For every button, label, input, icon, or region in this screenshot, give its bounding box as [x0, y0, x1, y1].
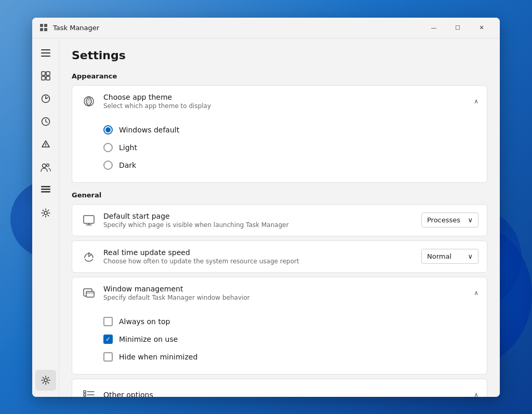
svg-point-14	[42, 164, 46, 167]
start-page-dropdown-container: Processes ∨	[421, 212, 478, 228]
window-mgmt-subtitle: Specify default Task Manager window beha…	[103, 294, 474, 301]
theme-label-windows-default: Windows default	[119, 126, 179, 134]
window-mgmt-icon	[81, 285, 97, 301]
sidebar-item-history[interactable]	[35, 111, 56, 132]
start-page-dropdown-arrow: ∨	[468, 216, 473, 224]
theme-option-windows-default[interactable]: Windows default	[103, 121, 478, 139]
settings-page: Settings Appearance Choose app theme Sel…	[59, 38, 500, 397]
update-speed-title: Real time update speed	[103, 248, 421, 257]
window-mgmt-card-header[interactable]: Window management Specify default Task M…	[72, 277, 487, 309]
window-title: Task Manager	[53, 24, 422, 32]
start-page-subtitle: Specify which page is visible when launc…	[103, 221, 421, 229]
theme-card-header[interactable]: Choose app theme Select which app theme …	[72, 86, 487, 117]
start-page-icon	[81, 212, 97, 229]
svg-rect-25	[84, 391, 86, 393]
window-mgmt-action: ∧	[474, 289, 478, 297]
svg-rect-0	[40, 24, 43, 27]
svg-point-20	[44, 379, 47, 382]
start-page-text: Default start page Specify which page is…	[103, 212, 421, 229]
window-mgmt-card: Window management Specify default Task M…	[72, 277, 487, 375]
other-options-text: Other options	[103, 391, 474, 397]
radio-dark[interactable]	[103, 161, 113, 170]
svg-rect-5	[41, 52, 50, 54]
theme-icon	[81, 93, 97, 110]
checkbox-always-on-top[interactable]: Always on top	[103, 313, 478, 330]
sidebar-item-menu[interactable]	[35, 43, 56, 63]
svg-point-13	[45, 146, 46, 147]
radio-windows-default[interactable]	[103, 125, 113, 135]
theme-option-dark[interactable]: Dark	[103, 156, 478, 174]
svg-rect-26	[84, 394, 86, 396]
close-button[interactable]: ✕	[470, 20, 494, 35]
sidebar-item-settings[interactable]	[35, 370, 56, 391]
checkbox-minimize-on-use[interactable]: Minimize on use	[103, 330, 478, 348]
svg-rect-24	[86, 291, 94, 297]
window-controls: — ☐ ✕	[422, 20, 494, 35]
minimize-button[interactable]: —	[422, 20, 446, 35]
theme-label-light: Light	[119, 143, 137, 152]
svg-rect-1	[44, 24, 47, 27]
sidebar-item-performance[interactable]	[35, 88, 56, 109]
task-manager-window: Task Manager — ☐ ✕	[32, 18, 500, 397]
other-options-icon	[81, 386, 97, 397]
svg-rect-16	[41, 186, 50, 188]
sidebar-item-users[interactable]	[35, 157, 56, 178]
titlebar: Task Manager — ☐ ✕	[32, 18, 500, 38]
main-content: Settings Appearance Choose app theme Sel…	[32, 38, 500, 397]
update-speed-dropdown-arrow: ∨	[468, 252, 473, 260]
start-page-card: Default start page Specify which page is…	[72, 204, 487, 236]
theme-card-title: Choose app theme	[103, 93, 474, 101]
other-options-action: ∧	[474, 391, 478, 397]
sidebar-item-processes[interactable]	[35, 65, 56, 86]
theme-option-light[interactable]: Light	[103, 139, 478, 156]
update-speed-icon	[81, 248, 97, 265]
svg-rect-7	[42, 72, 45, 75]
checkbox-label-minimize-on-use: Minimize on use	[119, 335, 178, 343]
update-speed-subtitle: Choose how often to update the system re…	[103, 258, 421, 265]
theme-radio-group: Windows default Light Dark	[72, 117, 487, 182]
update-speed-dropdown-container: Normal ∨	[421, 249, 478, 264]
update-speed-card: Real time update speed Choose how often …	[72, 241, 487, 273]
checkbox-hide-when-minimized[interactable]: Hide when minimized	[103, 348, 478, 366]
maximize-button[interactable]: ☐	[446, 20, 470, 35]
radio-light[interactable]	[103, 143, 113, 152]
appearance-section-label: Appearance	[72, 72, 487, 80]
checkbox-label-hide-when-minimized: Hide when minimized	[119, 353, 197, 361]
checkbox-always-on-top-input[interactable]	[103, 317, 113, 326]
other-options-card: Other options ∧	[72, 379, 487, 397]
svg-rect-18	[41, 191, 50, 193]
start-page-dropdown-value: Processes	[427, 216, 460, 224]
theme-card-action: ∧	[474, 98, 478, 105]
update-speed-text: Real time update speed Choose how often …	[103, 248, 421, 265]
sidebar-item-details[interactable]	[35, 180, 56, 201]
start-page-card-header: Default start page Specify which page is…	[72, 205, 487, 236]
checkbox-minimize-on-use-input[interactable]	[103, 335, 113, 344]
page-title: Settings	[72, 49, 487, 62]
window-mgmt-chevron-icon: ∧	[474, 289, 478, 297]
update-speed-dropdown-value: Normal	[427, 252, 451, 260]
window-mgmt-text: Window management Specify default Task M…	[103, 285, 474, 301]
svg-point-19	[44, 211, 47, 215]
theme-card: Choose app theme Select which app theme …	[72, 85, 487, 183]
svg-rect-3	[44, 28, 47, 31]
svg-rect-6	[41, 56, 50, 57]
theme-card-text: Choose app theme Select which app theme …	[103, 93, 474, 110]
other-options-card-header[interactable]: Other options ∧	[72, 379, 487, 397]
sidebar-item-startup[interactable]	[35, 134, 56, 155]
theme-label-dark: Dark	[119, 161, 136, 169]
start-page-title: Default start page	[103, 212, 421, 220]
sidebar	[32, 38, 59, 397]
update-speed-dropdown[interactable]: Normal ∨	[421, 249, 478, 264]
sidebar-item-services[interactable]	[35, 203, 56, 223]
window-mgmt-checkbox-group: Always on top Minimize on use Hide when …	[72, 309, 487, 374]
svg-rect-10	[46, 76, 50, 80]
checkbox-hide-when-minimized-input[interactable]	[103, 352, 113, 362]
general-section-label: General	[72, 191, 487, 199]
other-options-chevron-icon: ∧	[474, 391, 478, 397]
svg-rect-8	[46, 72, 50, 75]
theme-chevron-icon: ∧	[474, 98, 478, 105]
start-page-dropdown[interactable]: Processes ∨	[421, 212, 478, 228]
svg-rect-2	[40, 28, 43, 31]
svg-rect-22	[84, 216, 94, 223]
svg-rect-9	[42, 76, 45, 80]
